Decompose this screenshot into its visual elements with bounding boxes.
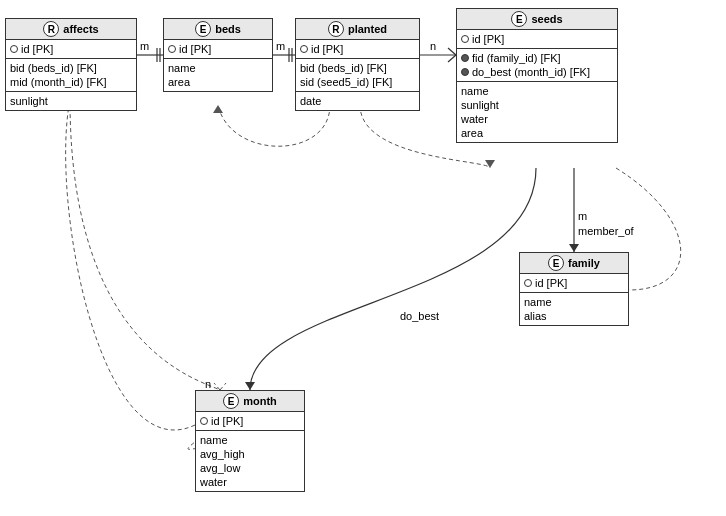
planted-id-attr: id [PK] (300, 42, 415, 56)
affects-bid-attr: bid (beds_id) [FK] (10, 61, 132, 75)
beds-header: E beds (164, 19, 272, 40)
beds-type-circle: E (195, 21, 211, 37)
family-pk-section: id [PK] (520, 274, 628, 293)
seeds-fid-attr: fid (family_id) [FK] (461, 51, 613, 65)
seeds-plain-section: name sunlight water area (457, 82, 617, 142)
family-plain-section: name alias (520, 293, 628, 325)
affects-id-circle (10, 45, 18, 53)
month-water-attr: water (200, 475, 300, 489)
planted-id-circle (300, 45, 308, 53)
svg-marker-17 (245, 382, 255, 390)
affects-type-circle: R (43, 21, 59, 37)
month-entity: E month id [PK] name avg_high avg_low wa… (195, 390, 305, 492)
seeds-sunlight-attr: sunlight (461, 98, 613, 112)
seeds-dobest-attr: do_best (month_id) [FK] (461, 65, 613, 79)
affects-fk-section: bid (beds_id) [FK] mid (month_id) [FK] (6, 59, 136, 92)
beds-name-attr: name (168, 61, 268, 75)
beds-area-attr: area (168, 75, 268, 89)
month-plain-section: name avg_high avg_low water (196, 431, 304, 491)
seeds-entity: E seeds id [PK] fid (family_id) [FK] do_… (456, 8, 618, 143)
planted-header: R planted (296, 19, 419, 40)
svg-marker-15 (569, 244, 579, 252)
svg-line-18 (214, 383, 220, 390)
seeds-header: E seeds (457, 9, 617, 30)
seeds-title: seeds (531, 13, 562, 25)
affects-title: affects (63, 23, 98, 35)
planted-plain-section: date (296, 92, 419, 110)
beds-plain-section: name area (164, 59, 272, 91)
affects-pk-section: id [PK] (6, 40, 136, 59)
affects-sunlight-attr: sunlight (10, 94, 132, 108)
beds-id-attr: id [PK] (168, 42, 268, 56)
seeds-water-attr: water (461, 112, 613, 126)
svg-text:n: n (205, 378, 211, 390)
seeds-id-circle (461, 35, 469, 43)
beds-entity: E beds id [PK] name area (163, 18, 273, 92)
planted-type-circle: R (328, 21, 344, 37)
svg-text:member_of: member_of (578, 225, 635, 237)
diagram-container: m m n m member_of do_best n (0, 0, 726, 516)
month-avglow-attr: avg_low (200, 461, 300, 475)
affects-header: R affects (6, 19, 136, 40)
family-name-attr: name (524, 295, 624, 309)
svg-marker-25 (485, 160, 495, 168)
svg-line-10 (448, 48, 456, 55)
planted-pk-section: id [PK] (296, 40, 419, 59)
seeds-id-attr: id [PK] (461, 32, 613, 46)
month-id-circle (200, 417, 208, 425)
family-id-circle (524, 279, 532, 287)
family-title: family (568, 257, 600, 269)
svg-text:m: m (276, 40, 285, 52)
seeds-area-attr: area (461, 126, 613, 140)
family-entity: E family id [PK] name alias (519, 252, 629, 326)
svg-text:m: m (140, 40, 149, 52)
beds-pk-section: id [PK] (164, 40, 272, 59)
svg-text:m: m (578, 210, 587, 222)
month-type-circle: E (223, 393, 239, 409)
month-pk-section: id [PK] (196, 412, 304, 431)
seeds-name-attr: name (461, 84, 613, 98)
affects-plain-section: sunlight (6, 92, 136, 110)
seeds-type-circle: E (511, 11, 527, 27)
planted-title: planted (348, 23, 387, 35)
family-header: E family (520, 253, 628, 274)
seeds-fk-section: fid (family_id) [FK] do_best (month_id) … (457, 49, 617, 82)
month-avghigh-attr: avg_high (200, 447, 300, 461)
month-name-attr: name (200, 433, 300, 447)
month-title: month (243, 395, 277, 407)
planted-bid-attr: bid (beds_id) [FK] (300, 61, 415, 75)
svg-marker-24 (213, 105, 223, 113)
month-header: E month (196, 391, 304, 412)
seeds-fid-circle (461, 54, 469, 62)
beds-id-circle (168, 45, 176, 53)
family-type-circle: E (548, 255, 564, 271)
svg-text:do_best: do_best (400, 310, 439, 322)
family-id-attr: id [PK] (524, 276, 624, 290)
seeds-dobest-circle (461, 68, 469, 76)
beds-title: beds (215, 23, 241, 35)
planted-date-attr: date (300, 94, 415, 108)
svg-line-19 (220, 383, 226, 390)
planted-sid-attr: sid (seed5_id) [FK] (300, 75, 415, 89)
month-id-attr: id [PK] (200, 414, 300, 428)
planted-fk-section: bid (beds_id) [FK] sid (seed5_id) [FK] (296, 59, 419, 92)
family-alias-attr: alias (524, 309, 624, 323)
planted-entity: R planted id [PK] bid (beds_id) [FK] sid… (295, 18, 420, 111)
svg-line-11 (448, 55, 456, 62)
affects-id-attr: id [PK] (10, 42, 132, 56)
affects-entity: R affects id [PK] bid (beds_id) [FK] mid… (5, 18, 137, 111)
seeds-pk-section: id [PK] (457, 30, 617, 49)
svg-text:n: n (430, 40, 436, 52)
affects-mid-attr: mid (month_id) [FK] (10, 75, 132, 89)
